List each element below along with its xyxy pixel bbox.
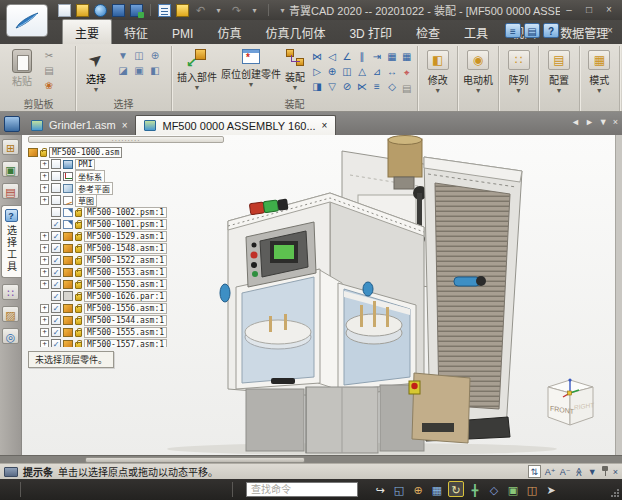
panel-grab-handle[interactable]: .........	[28, 136, 224, 143]
tree-row-11[interactable]: ✓MF500-1626.par:1	[24, 290, 226, 302]
tab-scroll-left-button[interactable]: ◄	[571, 117, 580, 127]
select-option-icon-3[interactable]: ◪	[116, 64, 130, 77]
expand-icon[interactable]: +	[40, 340, 49, 348]
assembly-relationship-icon-6[interactable]: ▷	[310, 65, 324, 79]
viewport-vertical-scrollbar[interactable]	[615, 135, 622, 455]
redo-icon[interactable]: ↷	[230, 4, 243, 17]
tree-row-10[interactable]: +✓MF500-1550.asm:1	[24, 278, 226, 290]
select-options-icon[interactable]: ➤	[543, 481, 559, 497]
insert-part-button[interactable]: ↙插入部件▼	[175, 47, 219, 91]
expand-icon[interactable]: +	[40, 244, 49, 253]
tree-row-1[interactable]: +坐标系	[24, 170, 226, 182]
tab-list-button[interactable]: ▼	[599, 117, 608, 127]
pathfinder-tab[interactable]: ⊞	[2, 139, 19, 155]
visibility-checkbox[interactable]	[51, 183, 61, 193]
expand-icon[interactable]: +	[40, 328, 49, 337]
select-option-icon-0[interactable]: ▼	[116, 49, 130, 62]
expand-icon[interactable]: +	[40, 232, 49, 241]
help-icon[interactable]: ?	[543, 23, 559, 38]
visibility-checkbox[interactable]: ✓	[51, 339, 61, 347]
zoom-fit-icon[interactable]: ◱	[391, 481, 407, 497]
visibility-checkbox[interactable]: ✓	[51, 267, 61, 277]
visibility-checkbox[interactable]: ✓	[51, 219, 61, 229]
expand-icon[interactable]: +	[40, 268, 49, 277]
document-tab-MF500 0000 ASSEMBLY 160...[interactable]: MF500 0000 ASSEMBLY 160...×	[135, 115, 336, 135]
tree-row-0[interactable]: +PMI	[24, 158, 226, 170]
pattern-button[interactable]: ∷阵列▼	[499, 46, 539, 111]
ribbon-tab-3D 打印[interactable]: 3D 打印	[337, 20, 404, 44]
format-painter-icon[interactable]: ❀	[42, 79, 56, 92]
tree-row-15[interactable]: +✓MF500-1557.asm:1	[24, 338, 226, 347]
assembly-relationship-icon-13[interactable]: ▽	[325, 80, 339, 94]
expand-icon[interactable]: +	[40, 316, 49, 325]
tab-scroll-right-button[interactable]: ►	[585, 117, 594, 127]
create-in-place-button[interactable]: *原位创建零件▼	[219, 47, 283, 91]
tab-close-icon[interactable]: ×	[322, 120, 328, 131]
zoom-area-icon[interactable]: ▦	[429, 481, 445, 497]
tree-row-14[interactable]: +✓MF500-1555.asm:1	[24, 326, 226, 338]
select-option-icon-4[interactable]: ▣	[132, 64, 146, 77]
tab-close-button[interactable]: ×	[613, 117, 618, 127]
tree-row-2[interactable]: +参考平面	[24, 182, 226, 194]
assembly-relationship-icon-4[interactable]: ⇥	[370, 50, 384, 64]
visibility-checkbox[interactable]	[51, 207, 61, 217]
assemble-button[interactable]: 装配▼	[283, 47, 307, 91]
properties-icon[interactable]	[158, 4, 171, 17]
open-icon[interactable]	[76, 4, 89, 17]
expand-icon[interactable]: +	[40, 304, 49, 313]
pan-icon[interactable]: ╋	[467, 481, 483, 497]
graphics-area[interactable]: FRONT RIGHT ⊞▣▤?选择工具∷▨◎ ......... ∧ MF50…	[0, 135, 622, 455]
ribbon-tab-仿真[interactable]: 仿真	[205, 20, 253, 44]
expand-icon[interactable]: +	[40, 160, 49, 169]
window-style-icon[interactable]: ▤	[524, 23, 540, 38]
application-button[interactable]	[6, 4, 48, 37]
modify-button[interactable]: ◧修改▼	[418, 46, 458, 111]
tree-row-12[interactable]: +✓MF500-1556.asm:1	[24, 302, 226, 314]
undo-caret-icon[interactable]: ▾	[212, 4, 225, 17]
copy-icon[interactable]: ▤	[42, 64, 56, 77]
layers-tab[interactable]: ▤	[2, 183, 19, 199]
visibility-checkbox[interactable]	[51, 195, 61, 205]
select-tools-tab[interactable]: ?选择工具	[1, 205, 21, 278]
assembly-relationship-icon-1[interactable]: ◁	[325, 50, 339, 64]
visibility-checkbox[interactable]: ✓	[51, 231, 61, 241]
visibility-checkbox[interactable]: ✓	[51, 291, 61, 301]
alerts-icon[interactable]	[176, 4, 189, 17]
expand-icon[interactable]: +	[40, 280, 49, 289]
assembly-relationship-icon-17[interactable]: ◇	[385, 80, 399, 94]
select-option-icon-1[interactable]: ◫	[132, 49, 146, 62]
tree-row-7[interactable]: +✓MF500-1548.asm:1	[24, 242, 226, 254]
assembly-relationship-icon-14[interactable]: ⊘	[340, 80, 354, 94]
cut-icon[interactable]: ✂	[42, 49, 56, 62]
visibility-checkbox[interactable]: ✓	[51, 327, 61, 337]
ribbon-tab-仿真几何体[interactable]: 仿真几何体	[253, 20, 337, 44]
pin-prompt-icon[interactable]	[601, 466, 609, 477]
assembly-relationship-icon-11[interactable]: ↔	[385, 65, 399, 79]
scrollbar-thumb[interactable]	[85, 457, 305, 463]
ribbon-display-icon[interactable]: ≡	[505, 23, 521, 38]
tab-close-icon[interactable]: ×	[122, 120, 128, 131]
capture-fit-icon[interactable]: ⌖	[402, 66, 411, 80]
visibility-checkbox[interactable]: ✓	[51, 255, 61, 265]
motor-button[interactable]: ◉电动机▼	[458, 46, 498, 111]
mode-button[interactable]: ▦模式▼	[580, 46, 620, 111]
assembly-relationship-icon-0[interactable]: ⋈	[310, 50, 324, 64]
customize-quick-access-icon[interactable]: ▾	[276, 4, 289, 17]
assembly-relationship-icon-15[interactable]: ⋉	[355, 80, 369, 94]
tree-row-9[interactable]: +✓MF500-1553.asm:1	[24, 266, 226, 278]
maximize-button[interactable]: □	[580, 3, 598, 18]
visibility-checkbox[interactable]	[51, 171, 61, 181]
visibility-checkbox[interactable]: ✓	[51, 243, 61, 253]
ribbon-tab-特征[interactable]: 特征	[112, 20, 160, 44]
view-cube[interactable]: FRONT RIGHT	[538, 372, 602, 434]
redo-caret-icon[interactable]: ▾	[248, 4, 261, 17]
assembly-relationship-icon-7[interactable]: ⊕	[325, 65, 339, 79]
ribbon-tab-检查[interactable]: 检查	[404, 20, 452, 44]
visibility-checkbox[interactable]: ✓	[51, 315, 61, 325]
options-icon[interactable]: ▤	[402, 82, 411, 96]
paste-button[interactable]: 粘贴	[5, 47, 39, 88]
zoom-icon[interactable]: ⊕	[410, 481, 426, 497]
minimize-button[interactable]: –	[560, 3, 578, 18]
expand-prompt-icon[interactable]: ▼	[588, 466, 597, 478]
assembly-relationship-icon-3[interactable]: ∥	[355, 50, 369, 64]
